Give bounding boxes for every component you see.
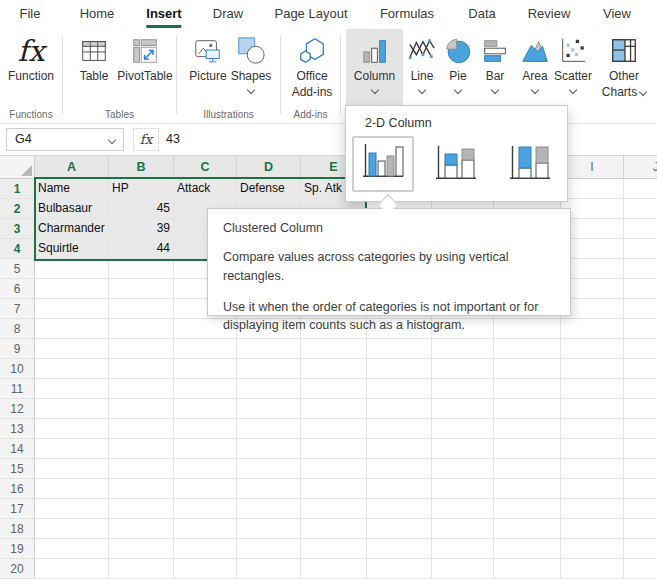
row-header-16[interactable]: 16 [0, 479, 35, 499]
row-header-7[interactable]: 7 [0, 299, 35, 319]
cell-A1[interactable]: Name [35, 179, 109, 199]
cell-J5[interactable] [624, 259, 657, 279]
cell-F19[interactable] [367, 539, 432, 559]
cell-I11[interactable] [561, 379, 624, 399]
cell-A5[interactable] [35, 259, 109, 279]
picture-button[interactable]: Picture [186, 29, 230, 105]
cell-E9[interactable] [301, 339, 367, 359]
cell-B12[interactable] [109, 399, 174, 419]
row-header-1[interactable]: 1 [0, 179, 35, 199]
cell-I15[interactable] [561, 459, 624, 479]
cell-F17[interactable] [367, 499, 432, 519]
pivottable-button[interactable]: PivotTable [114, 29, 176, 105]
clustered-column-option[interactable] [352, 136, 414, 192]
cell-C19[interactable] [174, 539, 237, 559]
cell-J14[interactable] [624, 439, 657, 459]
cell-C13[interactable] [174, 419, 237, 439]
row-header-10[interactable]: 10 [0, 359, 35, 379]
cell-C17[interactable] [174, 499, 237, 519]
row-header-15[interactable]: 15 [0, 459, 35, 479]
cell-E19[interactable] [301, 539, 367, 559]
cell-G17[interactable] [432, 499, 494, 519]
cell-H14[interactable] [494, 439, 561, 459]
cell-E10[interactable] [301, 359, 367, 379]
cell-D1[interactable]: Defense [237, 179, 301, 199]
cell-J8[interactable] [624, 319, 657, 339]
cell-J12[interactable] [624, 399, 657, 419]
cell-A11[interactable] [35, 379, 109, 399]
cell-J7[interactable] [624, 299, 657, 319]
cell-A10[interactable] [35, 359, 109, 379]
cell-F20[interactable] [367, 559, 432, 579]
function-button[interactable]: fx Function [2, 29, 60, 105]
column-header-D[interactable]: D [237, 156, 301, 179]
row-header-18[interactable]: 18 [0, 519, 35, 539]
cell-I14[interactable] [561, 439, 624, 459]
pie-chart-button[interactable]: Pie [440, 29, 476, 105]
cell-A17[interactable] [35, 499, 109, 519]
row-header-12[interactable]: 12 [0, 399, 35, 419]
cell-F13[interactable] [367, 419, 432, 439]
row-header-13[interactable]: 13 [0, 419, 35, 439]
row-header-9[interactable]: 9 [0, 339, 35, 359]
formula-input[interactable]: 43 [166, 128, 180, 151]
cell-J16[interactable] [624, 479, 657, 499]
cell-B13[interactable] [109, 419, 174, 439]
cell-C14[interactable] [174, 439, 237, 459]
cell-B17[interactable] [109, 499, 174, 519]
cell-E12[interactable] [301, 399, 367, 419]
cell-I9[interactable] [561, 339, 624, 359]
cell-B19[interactable] [109, 539, 174, 559]
cell-I12[interactable] [561, 399, 624, 419]
cell-D16[interactable] [237, 479, 301, 499]
cell-I16[interactable] [561, 479, 624, 499]
cell-E20[interactable] [301, 559, 367, 579]
row-header-8[interactable]: 8 [0, 319, 35, 339]
cell-I17[interactable] [561, 499, 624, 519]
cell-A16[interactable] [35, 479, 109, 499]
cell-D18[interactable] [237, 519, 301, 539]
column-header-B[interactable]: B [109, 156, 174, 179]
cell-I18[interactable] [561, 519, 624, 539]
cell-J2[interactable] [624, 199, 657, 219]
bar-chart-button[interactable]: Bar [476, 29, 514, 105]
cell-A14[interactable] [35, 439, 109, 459]
cell-G18[interactable] [432, 519, 494, 539]
cell-B5[interactable] [109, 259, 174, 279]
cell-F15[interactable] [367, 459, 432, 479]
tab-review[interactable]: Review [528, 6, 571, 25]
cell-A9[interactable] [35, 339, 109, 359]
cell-B3[interactable]: 39 [109, 219, 174, 239]
cell-A19[interactable] [35, 539, 109, 559]
cell-J17[interactable] [624, 499, 657, 519]
cell-C11[interactable] [174, 379, 237, 399]
cell-G20[interactable] [432, 559, 494, 579]
column-header-A[interactable]: A [35, 156, 109, 179]
cell-J18[interactable] [624, 519, 657, 539]
tab-data[interactable]: Data [468, 6, 495, 25]
cell-B9[interactable] [109, 339, 174, 359]
cell-H11[interactable] [494, 379, 561, 399]
name-box[interactable]: G4 [6, 128, 124, 151]
cell-A15[interactable] [35, 459, 109, 479]
scatter-chart-button[interactable]: Scatter [550, 29, 596, 105]
column-chart-button[interactable]: Column [346, 29, 403, 105]
cell-A20[interactable] [35, 559, 109, 579]
cell-B18[interactable] [109, 519, 174, 539]
cell-A13[interactable] [35, 419, 109, 439]
cell-F14[interactable] [367, 439, 432, 459]
cell-H19[interactable] [494, 539, 561, 559]
cell-B1[interactable]: HP [109, 179, 174, 199]
cell-H9[interactable] [494, 339, 561, 359]
row-header-20[interactable]: 20 [0, 559, 35, 579]
cell-J1[interactable] [624, 179, 657, 199]
cell-F18[interactable] [367, 519, 432, 539]
cell-B4[interactable]: 44 [109, 239, 174, 259]
cell-G10[interactable] [432, 359, 494, 379]
cell-G14[interactable] [432, 439, 494, 459]
row-header-17[interactable]: 17 [0, 499, 35, 519]
cell-E11[interactable] [301, 379, 367, 399]
cell-H17[interactable] [494, 499, 561, 519]
cell-B20[interactable] [109, 559, 174, 579]
cell-A12[interactable] [35, 399, 109, 419]
